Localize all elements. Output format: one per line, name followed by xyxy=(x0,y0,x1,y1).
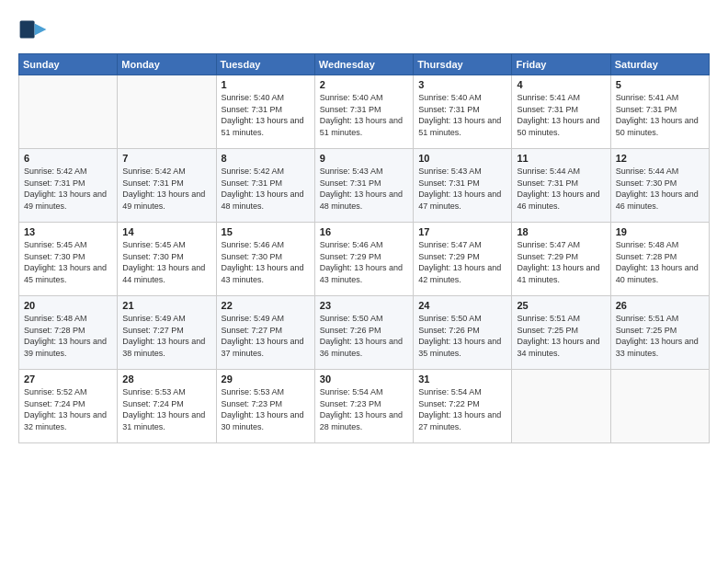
day-number: 17 xyxy=(418,226,506,237)
day-number: 3 xyxy=(418,79,506,90)
header xyxy=(18,15,710,44)
calendar-cell xyxy=(19,75,118,149)
day-info: Sunrise: 5:47 AMSunset: 7:29 PMDaylight:… xyxy=(418,239,506,285)
day-number: 31 xyxy=(418,373,506,385)
weekday-header: Saturday xyxy=(610,54,709,75)
day-info: Sunrise: 5:42 AMSunset: 7:31 PMDaylight:… xyxy=(24,166,112,212)
calendar-cell: 22Sunrise: 5:49 AMSunset: 7:27 PMDayligh… xyxy=(216,296,314,370)
calendar-cell: 12Sunrise: 5:44 AMSunset: 7:30 PMDayligh… xyxy=(610,149,709,223)
day-info: Sunrise: 5:48 AMSunset: 7:28 PMDaylight:… xyxy=(24,313,112,359)
day-number: 9 xyxy=(320,153,408,164)
day-info: Sunrise: 5:52 AMSunset: 7:24 PMDaylight:… xyxy=(24,386,112,432)
calendar-cell: 14Sunrise: 5:45 AMSunset: 7:30 PMDayligh… xyxy=(118,223,216,296)
day-info: Sunrise: 5:44 AMSunset: 7:31 PMDaylight:… xyxy=(517,166,605,212)
day-number: 26 xyxy=(616,300,704,311)
day-number: 20 xyxy=(24,300,112,311)
day-info: Sunrise: 5:51 AMSunset: 7:25 PMDaylight:… xyxy=(517,313,605,359)
day-number: 10 xyxy=(418,153,506,164)
day-number: 7 xyxy=(122,153,210,164)
calendar-cell: 19Sunrise: 5:48 AMSunset: 7:28 PMDayligh… xyxy=(610,223,709,296)
calendar-cell: 26Sunrise: 5:51 AMSunset: 7:25 PMDayligh… xyxy=(610,296,709,370)
day-info: Sunrise: 5:53 AMSunset: 7:23 PMDaylight:… xyxy=(222,386,310,432)
week-row: 1Sunrise: 5:40 AMSunset: 7:31 PMDaylight… xyxy=(19,75,710,149)
day-number: 13 xyxy=(24,226,112,237)
day-info: Sunrise: 5:49 AMSunset: 7:27 PMDaylight:… xyxy=(222,313,310,359)
calendar-cell xyxy=(118,75,216,149)
day-info: Sunrise: 5:43 AMSunset: 7:31 PMDaylight:… xyxy=(320,166,408,212)
logo-icon xyxy=(18,15,48,44)
logo xyxy=(18,15,51,44)
calendar-cell: 31Sunrise: 5:54 AMSunset: 7:22 PMDayligh… xyxy=(414,370,512,443)
day-number: 14 xyxy=(122,226,210,237)
day-number: 16 xyxy=(320,226,408,237)
calendar-cell xyxy=(610,370,709,443)
day-info: Sunrise: 5:51 AMSunset: 7:25 PMDaylight:… xyxy=(616,313,704,359)
day-number: 29 xyxy=(222,373,310,385)
day-info: Sunrise: 5:45 AMSunset: 7:30 PMDaylight:… xyxy=(122,239,210,285)
weekday-header: Wednesday xyxy=(314,54,413,75)
day-info: Sunrise: 5:50 AMSunset: 7:26 PMDaylight:… xyxy=(418,313,506,359)
day-number: 11 xyxy=(517,153,605,164)
calendar: SundayMondayTuesdayWednesdayThursdayFrid… xyxy=(18,53,710,443)
weekday-header: Sunday xyxy=(19,54,118,75)
calendar-cell: 15Sunrise: 5:46 AMSunset: 7:30 PMDayligh… xyxy=(216,223,314,296)
day-number: 6 xyxy=(24,153,112,164)
day-number: 4 xyxy=(517,79,605,90)
calendar-cell: 1Sunrise: 5:40 AMSunset: 7:31 PMDaylight… xyxy=(216,75,314,149)
weekday-header: Thursday xyxy=(414,54,512,75)
day-number: 8 xyxy=(222,153,310,164)
day-number: 12 xyxy=(616,153,704,164)
calendar-cell: 9Sunrise: 5:43 AMSunset: 7:31 PMDaylight… xyxy=(314,149,413,223)
day-number: 23 xyxy=(320,300,408,311)
page: SundayMondayTuesdayWednesdayThursdayFrid… xyxy=(0,0,728,563)
day-info: Sunrise: 5:42 AMSunset: 7:31 PMDaylight:… xyxy=(122,166,210,212)
day-info: Sunrise: 5:54 AMSunset: 7:22 PMDaylight:… xyxy=(418,386,506,432)
day-number: 28 xyxy=(122,373,210,385)
calendar-cell xyxy=(512,370,610,443)
week-row: 20Sunrise: 5:48 AMSunset: 7:28 PMDayligh… xyxy=(19,296,710,370)
calendar-cell: 5Sunrise: 5:41 AMSunset: 7:31 PMDaylight… xyxy=(610,75,709,149)
calendar-cell: 6Sunrise: 5:42 AMSunset: 7:31 PMDaylight… xyxy=(19,149,118,223)
day-number: 1 xyxy=(222,79,310,90)
calendar-cell: 27Sunrise: 5:52 AMSunset: 7:24 PMDayligh… xyxy=(19,370,118,443)
week-row: 6Sunrise: 5:42 AMSunset: 7:31 PMDaylight… xyxy=(19,149,710,223)
day-info: Sunrise: 5:46 AMSunset: 7:29 PMDaylight:… xyxy=(320,239,408,285)
day-number: 18 xyxy=(517,226,605,237)
day-info: Sunrise: 5:45 AMSunset: 7:30 PMDaylight:… xyxy=(24,239,112,285)
day-info: Sunrise: 5:41 AMSunset: 7:31 PMDaylight:… xyxy=(517,92,605,138)
calendar-cell: 23Sunrise: 5:50 AMSunset: 7:26 PMDayligh… xyxy=(314,296,413,370)
day-info: Sunrise: 5:44 AMSunset: 7:30 PMDaylight:… xyxy=(616,166,704,212)
weekday-header: Tuesday xyxy=(216,54,314,75)
week-row: 27Sunrise: 5:52 AMSunset: 7:24 PMDayligh… xyxy=(19,370,710,443)
calendar-cell: 29Sunrise: 5:53 AMSunset: 7:23 PMDayligh… xyxy=(216,370,314,443)
calendar-cell: 13Sunrise: 5:45 AMSunset: 7:30 PMDayligh… xyxy=(19,223,118,296)
day-number: 5 xyxy=(616,79,704,90)
calendar-cell: 10Sunrise: 5:43 AMSunset: 7:31 PMDayligh… xyxy=(414,149,512,223)
day-info: Sunrise: 5:46 AMSunset: 7:30 PMDaylight:… xyxy=(222,239,310,285)
day-number: 27 xyxy=(24,373,112,385)
calendar-cell: 18Sunrise: 5:47 AMSunset: 7:29 PMDayligh… xyxy=(512,223,610,296)
svg-marker-1 xyxy=(35,24,47,36)
day-info: Sunrise: 5:48 AMSunset: 7:28 PMDaylight:… xyxy=(616,239,704,285)
day-number: 22 xyxy=(222,300,310,311)
day-number: 25 xyxy=(517,300,605,311)
week-row: 13Sunrise: 5:45 AMSunset: 7:30 PMDayligh… xyxy=(19,223,710,296)
calendar-cell: 30Sunrise: 5:54 AMSunset: 7:23 PMDayligh… xyxy=(314,370,413,443)
calendar-cell: 21Sunrise: 5:49 AMSunset: 7:27 PMDayligh… xyxy=(118,296,216,370)
calendar-cell: 11Sunrise: 5:44 AMSunset: 7:31 PMDayligh… xyxy=(512,149,610,223)
calendar-cell: 3Sunrise: 5:40 AMSunset: 7:31 PMDaylight… xyxy=(414,75,512,149)
calendar-cell: 2Sunrise: 5:40 AMSunset: 7:31 PMDaylight… xyxy=(314,75,413,149)
day-number: 24 xyxy=(418,300,506,311)
calendar-cell: 25Sunrise: 5:51 AMSunset: 7:25 PMDayligh… xyxy=(512,296,610,370)
day-info: Sunrise: 5:53 AMSunset: 7:24 PMDaylight:… xyxy=(122,386,210,432)
calendar-cell: 24Sunrise: 5:50 AMSunset: 7:26 PMDayligh… xyxy=(414,296,512,370)
day-info: Sunrise: 5:54 AMSunset: 7:23 PMDaylight:… xyxy=(320,386,408,432)
day-info: Sunrise: 5:49 AMSunset: 7:27 PMDaylight:… xyxy=(122,313,210,359)
calendar-cell: 20Sunrise: 5:48 AMSunset: 7:28 PMDayligh… xyxy=(19,296,118,370)
day-number: 15 xyxy=(222,226,310,237)
calendar-cell: 28Sunrise: 5:53 AMSunset: 7:24 PMDayligh… xyxy=(118,370,216,443)
calendar-cell: 4Sunrise: 5:41 AMSunset: 7:31 PMDaylight… xyxy=(512,75,610,149)
calendar-cell: 16Sunrise: 5:46 AMSunset: 7:29 PMDayligh… xyxy=(314,223,413,296)
day-info: Sunrise: 5:40 AMSunset: 7:31 PMDaylight:… xyxy=(320,92,408,138)
day-info: Sunrise: 5:43 AMSunset: 7:31 PMDaylight:… xyxy=(418,166,506,212)
